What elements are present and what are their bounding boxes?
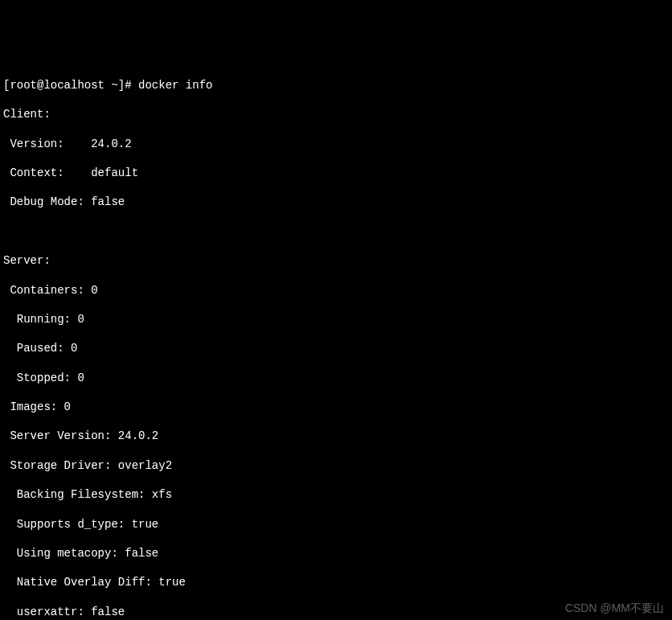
terminal-output[interactable]: [root@localhost ~]# docker info Client: … bbox=[3, 64, 669, 620]
client-version: Version: 24.0.2 bbox=[3, 137, 669, 151]
command-text: docker info bbox=[138, 78, 212, 92]
server-version-line: Server Version: 24.0.2 bbox=[3, 429, 669, 443]
using-metacopy-line: Using metacopy: false bbox=[3, 546, 669, 560]
blank-line bbox=[3, 224, 669, 239]
command-line: [root@localhost ~]# docker info bbox=[3, 78, 669, 92]
containers-line: Containers: 0 bbox=[3, 283, 669, 298]
client-debug: Debug Mode: false bbox=[3, 195, 669, 209]
paused-line: Paused: 0 bbox=[3, 341, 669, 355]
client-header: Client: bbox=[3, 107, 669, 121]
running-line: Running: 0 bbox=[3, 312, 669, 326]
shell-prompt: [root@localhost ~]# bbox=[3, 78, 138, 92]
backing-fs-line: Backing Filesystem: xfs bbox=[3, 487, 669, 502]
watermark: CSDN @MM不要山 bbox=[565, 601, 664, 615]
storage-driver-line: Storage Driver: overlay2 bbox=[3, 458, 669, 473]
stopped-line: Stopped: 0 bbox=[3, 371, 669, 385]
images-line: Images: 0 bbox=[3, 400, 669, 414]
client-context: Context: default bbox=[3, 166, 669, 180]
server-header: Server: bbox=[3, 253, 669, 268]
native-overlay-line: Native Overlay Diff: true bbox=[3, 575, 669, 589]
supports-dtype-line: Supports d_type: true bbox=[3, 517, 669, 532]
